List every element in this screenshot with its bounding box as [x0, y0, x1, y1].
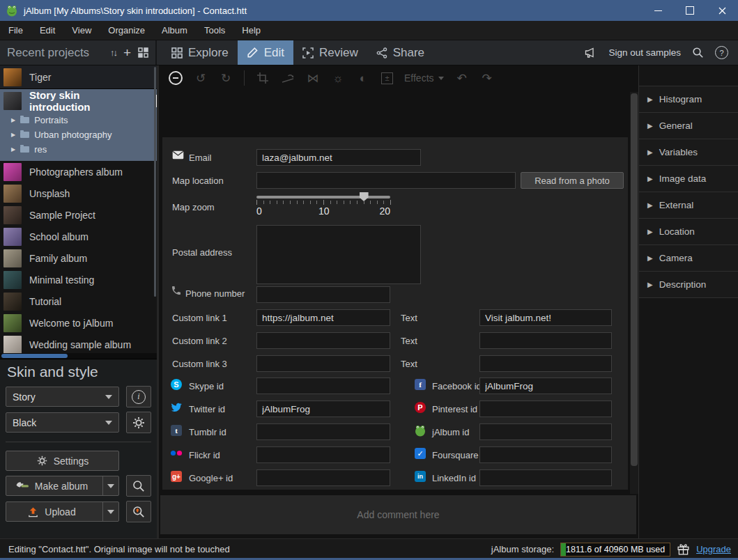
phone-number-field[interactable] — [256, 286, 390, 303]
slider-track[interactable] — [256, 196, 390, 199]
project-item[interactable]: Family album — [0, 247, 157, 269]
project-view-grid-icon[interactable] — [138, 47, 148, 58]
expand-arrow-icon[interactable]: ▶ — [11, 146, 15, 153]
foursquare-id-field[interactable] — [479, 446, 612, 463]
menu-album[interactable]: Album — [153, 22, 196, 40]
expand-arrow-icon[interactable]: ▶ — [11, 132, 15, 138]
project-item[interactable]: Tutorial — [0, 290, 157, 312]
section-histogram[interactable]: ▶Histogram — [639, 86, 738, 113]
brightness-icon[interactable]: ☼ — [331, 72, 345, 84]
maximize-button[interactable] — [674, 0, 706, 21]
scrollbar-thumb[interactable] — [631, 93, 638, 466]
style-select[interactable]: Black — [6, 412, 119, 433]
custom-link-2-text-field[interactable] — [479, 332, 612, 349]
redo-icon[interactable]: ↷ — [480, 72, 494, 84]
rotate-right-icon[interactable]: ↻ — [219, 72, 233, 84]
postal-address-field[interactable] — [256, 225, 421, 284]
tab-share[interactable]: Share — [367, 40, 433, 65]
menu-view[interactable]: View — [63, 22, 100, 40]
map-zoom-slider[interactable]: 0 10 20 — [256, 192, 390, 218]
exclude-image-icon[interactable] — [169, 71, 183, 85]
project-folder-res[interactable]: ▶ res — [0, 142, 157, 157]
skype-id-field[interactable] — [256, 378, 390, 394]
project-item[interactable]: Photographers album — [0, 161, 157, 182]
jalbum-id-field[interactable] — [479, 423, 612, 440]
gift-icon[interactable] — [677, 543, 690, 556]
menu-help[interactable]: Help — [233, 22, 269, 40]
section-external[interactable]: ▶External — [639, 192, 738, 219]
close-button[interactable] — [706, 0, 738, 21]
search-icon[interactable] — [692, 47, 704, 59]
section-description[interactable]: ▶Description — [639, 272, 738, 298]
flip-icon[interactable]: ⋈ — [306, 72, 320, 84]
custom-link-3-text-field[interactable] — [479, 355, 612, 372]
help-icon[interactable]: ? — [715, 46, 728, 59]
twitter-id-field[interactable] — [256, 400, 390, 417]
facebook-id-field[interactable] — [479, 378, 612, 394]
menu-organize[interactable]: Organize — [100, 22, 153, 40]
project-item[interactable]: Sample Project — [0, 204, 157, 226]
skin-info-button[interactable]: i — [126, 386, 151, 407]
tab-edit[interactable]: Edit — [238, 40, 293, 65]
straighten-icon[interactable] — [281, 73, 295, 84]
project-item-selected[interactable]: Story skin introduction ▶ Portraits ▶ Ur… — [0, 89, 157, 161]
effects-dropdown[interactable]: Effects — [404, 72, 444, 84]
menu-edit[interactable]: Edit — [31, 22, 63, 40]
rotate-left-icon[interactable]: ↺ — [194, 72, 208, 84]
preview-uploaded-button[interactable] — [126, 501, 151, 522]
section-location[interactable]: ▶Location — [639, 219, 738, 245]
undo-icon[interactable]: ↶ — [455, 72, 469, 84]
section-image-data[interactable]: ▶Image data — [639, 166, 738, 192]
comment-input[interactable]: Add comment here — [160, 495, 636, 534]
section-variables[interactable]: ▶Variables — [639, 139, 738, 166]
pinterest-id-field[interactable] — [479, 400, 612, 417]
tab-review[interactable]: Review — [293, 40, 367, 65]
menu-tools[interactable]: Tools — [196, 22, 233, 40]
flickr-id-field[interactable] — [256, 446, 390, 463]
custom-link-3-url-field[interactable] — [256, 355, 390, 372]
section-camera[interactable]: ▶Camera — [639, 245, 738, 272]
crop-icon[interactable] — [256, 72, 270, 84]
settings-button[interactable]: Settings — [6, 451, 119, 471]
expand-arrow-icon[interactable]: ▶ — [11, 117, 15, 123]
read-from-photo-button[interactable]: Read from a photo — [521, 172, 624, 189]
upload-button[interactable]: Upload — [6, 501, 119, 522]
make-album-button[interactable]: Make album — [6, 476, 119, 496]
section-general[interactable]: ▶General — [639, 113, 738, 139]
custom-link-1-url-field[interactable] — [256, 309, 390, 326]
project-folder-portraits[interactable]: ▶ Portraits — [0, 113, 157, 127]
skin-select[interactable]: Story — [6, 387, 119, 407]
contrast-icon[interactable]: ◐ — [356, 72, 370, 84]
upload-dropdown-arrow[interactable] — [102, 502, 118, 521]
linkedin-id-field[interactable] — [479, 469, 612, 486]
project-item[interactable]: Unsplash — [0, 182, 157, 204]
custom-link-2-url-field[interactable] — [256, 332, 390, 349]
make-album-dropdown-arrow[interactable] — [102, 476, 118, 495]
project-folder-urban-photography[interactable]: ▶ Urban photography — [0, 127, 157, 142]
project-list-horizontal-scrollbar[interactable] — [0, 353, 157, 359]
preview-album-button[interactable] — [126, 475, 151, 497]
project-item[interactable]: School album — [0, 226, 157, 247]
google-plus-id-field[interactable] — [256, 469, 390, 486]
tumblr-id-field[interactable] — [256, 423, 390, 440]
levels-icon[interactable]: ± — [381, 72, 393, 84]
sign-out-link[interactable]: Sign out samples — [608, 47, 681, 58]
email-field[interactable] — [256, 149, 421, 166]
upgrade-link[interactable]: Upgrade — [696, 544, 731, 554]
add-project-icon[interactable]: + — [123, 46, 131, 59]
tab-explore[interactable]: Explore — [162, 40, 238, 65]
project-item[interactable]: Wedding sample album — [0, 334, 157, 355]
minimize-button[interactable] — [642, 0, 674, 21]
flickr-id-label: Flickr id — [189, 450, 220, 460]
menu-file[interactable]: File — [0, 22, 31, 40]
edit-area-vertical-scrollbar[interactable] — [630, 92, 638, 494]
project-item[interactable]: Minimal testing — [0, 269, 157, 290]
project-item-tiger[interactable]: Tiger — [0, 65, 157, 89]
project-list-vertical-scrollbar[interactable] — [154, 67, 156, 297]
sort-projects-icon[interactable]: ↑↓ — [110, 47, 116, 58]
project-item[interactable]: Welcome to jAlbum — [0, 312, 157, 334]
map-location-field[interactable] — [256, 172, 516, 189]
megaphone-icon[interactable] — [583, 47, 597, 59]
style-settings-button[interactable] — [126, 412, 151, 433]
custom-link-1-text-field[interactable] — [479, 309, 612, 326]
